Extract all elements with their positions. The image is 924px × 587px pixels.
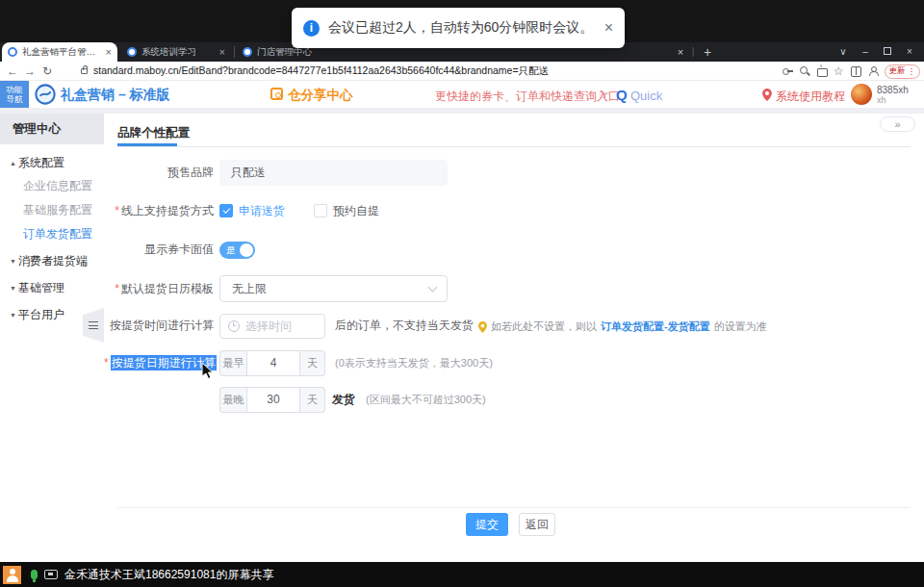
screen: 礼盒营销平台管理中心 × 系统培训学习 × 门店管理中心 × | + ∨ – ×… — [0, 0, 924, 587]
quick-link[interactable]: Quick — [630, 89, 662, 103]
window-minimize-button[interactable]: – — [859, 46, 872, 57]
new-tab-button[interactable]: + — [700, 42, 715, 62]
time-placeholder: 选择时间 — [245, 315, 292, 338]
sidebar-item-label: 平台用户 — [18, 308, 64, 321]
warehouse-share-icon — [270, 88, 283, 100]
panel-collapse-button[interactable]: » — [880, 116, 915, 132]
back-button[interactable]: 返回 — [519, 513, 555, 536]
tab-close-icon[interactable]: × — [219, 46, 225, 58]
latest-suffix-text: 发货 — [332, 392, 355, 408]
window-close-button[interactable]: × — [903, 46, 916, 57]
sidebar-title: 管理中心 — [0, 114, 104, 144]
share-icon[interactable] — [816, 65, 828, 77]
lock-icon[interactable] — [81, 68, 88, 74]
sidebar-item-label: 基础服务配置 — [23, 203, 92, 217]
pickup-options: 申请送货 预约自提 — [219, 203, 379, 219]
password-key-icon[interactable] — [782, 65, 793, 77]
checkbox-label[interactable]: 申请送货 — [239, 203, 285, 219]
field-label: *线上支持提货方式 — [104, 203, 214, 218]
tab-favicon-icon — [8, 47, 17, 57]
calendar-template-select[interactable]: 无上限 — [219, 275, 448, 302]
sidebar-item-label: 订单发货配置 — [23, 227, 92, 241]
tab-favicon-icon — [127, 47, 137, 57]
facevalue-toggle-on[interactable]: 是 — [219, 242, 255, 259]
form-row-brand: 预售品牌 只配送 — [104, 160, 924, 186]
earliest-days-input[interactable]: 4 — [246, 350, 300, 376]
username: 8385xh — [877, 85, 909, 95]
chrome-update-button[interactable]: 更新 ⋮ — [885, 64, 921, 79]
brand-logo-icon — [35, 84, 56, 105]
tab-close-icon[interactable]: × — [106, 46, 112, 58]
maximize-icon — [884, 47, 891, 55]
latest-days-input[interactable]: 30 — [246, 387, 300, 413]
microphone-icon[interactable] — [31, 570, 38, 579]
presale-brand-input[interactable]: 只配送 — [219, 160, 448, 186]
sidebar-item-label: 企业信息配置 — [23, 179, 92, 192]
user-avatar[interactable] — [851, 84, 872, 105]
warehouse-share-link[interactable]: 仓分享中心 — [288, 87, 353, 104]
sidebar-item-label: 基础管理 — [18, 281, 64, 294]
collapse-arrow-icon: ▼ — [10, 251, 18, 272]
chevron-down-icon — [428, 283, 438, 293]
tab-training[interactable]: 系统培训学习 × — [121, 42, 231, 62]
addressbar-actions: ☆ 更新 ⋮ — [782, 64, 920, 79]
hint-prefix: 如若此处不设置，则以 — [491, 319, 597, 334]
sidebar-item-base-service[interactable]: 基础服务配置 — [0, 199, 104, 220]
profile-icon[interactable] — [867, 65, 879, 77]
sidebar-item-order-shipping[interactable]: 订单发货配置 — [0, 223, 104, 244]
tab-gift-admin[interactable]: 礼盒营销平台管理中心 × — [2, 42, 117, 62]
sidebar-item-system-config[interactable]: ▲系统配置 — [0, 152, 104, 173]
earliest-unit: 天 — [300, 350, 325, 376]
hint-link[interactable]: 订单发货配置-发货配置 — [601, 319, 710, 334]
hint-suffix: 的设置为准 — [714, 319, 767, 334]
tab-separator — [234, 46, 235, 58]
latest-unit: 天 — [300, 387, 325, 413]
participant-icon[interactable] — [3, 566, 21, 584]
quick-q-logo[interactable]: Q — [616, 87, 628, 103]
zoom-icon[interactable] — [799, 65, 810, 77]
window-maximize-button[interactable] — [881, 46, 894, 57]
field-label: 显示券卡面值 — [104, 241, 214, 259]
pointing-hand-icon: ☞ — [599, 88, 610, 102]
sidebar-item-label: 消费者提货端 — [18, 254, 88, 268]
hidden-tab-close-icon[interactable]: × — [674, 42, 687, 62]
browser-menu-icon: ⋮ — [908, 66, 916, 76]
browser-addressbar: ← → ↻ standard.maboy.cn/EditBand?brandco… — [0, 62, 924, 81]
screen-share-bar: 金禾通技术王斌18662591081的屏幕共享 — [0, 562, 924, 587]
latest-days-group: 最晚 30 天 — [219, 387, 325, 413]
reading-list-icon[interactable] — [850, 65, 861, 77]
promo-text: 更快捷的券卡、订单和快递查询入口 — [435, 89, 620, 105]
url-text[interactable]: standard.maboy.cn/EditBand?brandcode=844… — [93, 64, 549, 78]
checkbox-label[interactable]: 预约自提 — [333, 203, 379, 219]
sidebar-item-label: 系统配置 — [18, 156, 64, 169]
nav-label-line1: 功能 — [0, 85, 29, 94]
back-button[interactable]: ← — [4, 64, 21, 78]
toast-message: 会议已超过2人，自动转为60分钟限时会议。 — [328, 19, 593, 37]
location-pin-icon — [762, 89, 772, 101]
checkbox-selfpickup-unchecked[interactable] — [314, 204, 327, 217]
bytime-suffix-text: 后的订单，不支持当天发货 — [335, 318, 474, 334]
bookmark-star-icon[interactable]: ☆ — [834, 65, 844, 77]
tab-brand-config[interactable]: 品牌个性配置 — [117, 125, 190, 141]
list-lines-icon — [89, 321, 98, 329]
checkbox-delivery-checked[interactable] — [219, 204, 233, 217]
time-picker-input[interactable]: 选择时间 — [219, 314, 325, 339]
username-sub: xh — [877, 95, 886, 105]
window-menu-chevron-icon[interactable]: ∨ — [836, 46, 850, 57]
main-content: 品牌个性配置 » 预售品牌 只配送 *线上支持提货方式 申请送货 预约自提 显示… — [104, 114, 924, 562]
reload-button[interactable]: ↻ — [38, 64, 56, 78]
forward-button[interactable]: → — [21, 64, 38, 78]
submit-button[interactable]: 提交 — [466, 513, 508, 536]
field-label: *默认提货日历模板 — [104, 275, 214, 302]
sidebar-item-base-mgmt[interactable]: ▼基础管理 — [0, 277, 104, 298]
field-label: *按提货日期进行计算 — [104, 350, 214, 376]
screen-share-icon[interactable] — [44, 570, 58, 579]
sidebar-item-company-info[interactable]: 企业信息配置 — [0, 175, 104, 196]
tutorial-link[interactable]: 系统使用教程 — [776, 89, 845, 105]
toast-close-icon[interactable]: × — [604, 19, 613, 37]
app-header: 功能 导航 礼盒营销 – 标准版 仓分享中心 更快捷的券卡、订单和快递查询入口 … — [0, 81, 924, 108]
form-row-facevalue: 显示券卡面值 是 — [104, 241, 924, 259]
function-nav-button[interactable]: 功能 导航 — [0, 81, 29, 108]
update-label: 更新 — [889, 65, 906, 77]
sidebar-item-consumer[interactable]: ▼消费者提货端 — [0, 250, 104, 271]
